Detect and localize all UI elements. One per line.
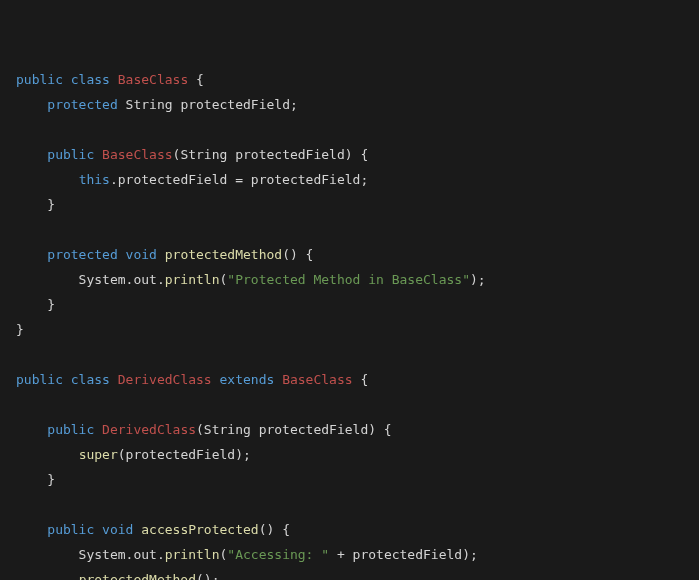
code-token: super bbox=[79, 447, 118, 462]
code-token: () { bbox=[259, 522, 290, 537]
code-token bbox=[110, 72, 118, 87]
code-token: extends bbox=[220, 372, 275, 387]
code-token: } bbox=[16, 472, 55, 487]
code-token: String protectedField; bbox=[118, 97, 298, 112]
code-token bbox=[16, 572, 79, 580]
code-token bbox=[63, 72, 71, 87]
code-token: public bbox=[16, 72, 63, 87]
code-token: this bbox=[79, 172, 110, 187]
code-token: { bbox=[188, 72, 204, 87]
code-token bbox=[16, 147, 47, 162]
code-token bbox=[94, 522, 102, 537]
code-token: public bbox=[47, 522, 94, 537]
code-token: println bbox=[165, 547, 220, 562]
code-token: BaseClass bbox=[282, 372, 352, 387]
code-token: DerivedClass bbox=[102, 422, 196, 437]
code-token bbox=[94, 147, 102, 162]
code-token bbox=[16, 247, 47, 262]
code-token: println bbox=[165, 272, 220, 287]
code-token bbox=[63, 372, 71, 387]
code-token: BaseClass bbox=[102, 147, 172, 162]
code-token: } bbox=[16, 297, 55, 312]
code-token: public bbox=[16, 372, 63, 387]
code-token: class bbox=[71, 372, 110, 387]
code-token bbox=[157, 247, 165, 262]
code-token bbox=[16, 97, 47, 112]
code-token: protected bbox=[47, 97, 117, 112]
code-token: (String protectedField) { bbox=[173, 147, 369, 162]
code-token: protectedMethod bbox=[79, 572, 196, 580]
code-token: (String protectedField) { bbox=[196, 422, 392, 437]
code-token: protectedMethod bbox=[165, 247, 282, 262]
code-token bbox=[16, 447, 79, 462]
code-token: accessProtected bbox=[141, 522, 258, 537]
code-token: public bbox=[47, 147, 94, 162]
code-token bbox=[212, 372, 220, 387]
code-token bbox=[110, 372, 118, 387]
code-token: ); bbox=[470, 272, 486, 287]
code-token: } bbox=[16, 322, 24, 337]
code-token bbox=[274, 372, 282, 387]
code-token: (); bbox=[196, 572, 219, 580]
code-token: + protectedField); bbox=[329, 547, 478, 562]
code-token: "Accessing: " bbox=[227, 547, 329, 562]
code-token: } bbox=[16, 197, 55, 212]
code-token: "Protected Method in BaseClass" bbox=[227, 272, 470, 287]
code-token: void bbox=[102, 522, 133, 537]
code-token bbox=[16, 172, 79, 187]
code-token: System.out. bbox=[16, 547, 165, 562]
code-token: .protectedField = protectedField; bbox=[110, 172, 368, 187]
code-token: void bbox=[126, 247, 157, 262]
code-token: System.out. bbox=[16, 272, 165, 287]
code-block: public class BaseClass { protected Strin… bbox=[16, 72, 486, 580]
code-token: DerivedClass bbox=[118, 372, 212, 387]
code-token: (protectedField); bbox=[118, 447, 251, 462]
code-token bbox=[94, 422, 102, 437]
code-token: class bbox=[71, 72, 110, 87]
code-token: public bbox=[47, 422, 94, 437]
code-token: () { bbox=[282, 247, 313, 262]
code-token: protected bbox=[47, 247, 117, 262]
code-token bbox=[118, 247, 126, 262]
code-token bbox=[16, 522, 47, 537]
code-token bbox=[16, 422, 47, 437]
code-token: BaseClass bbox=[118, 72, 188, 87]
code-token: { bbox=[353, 372, 369, 387]
